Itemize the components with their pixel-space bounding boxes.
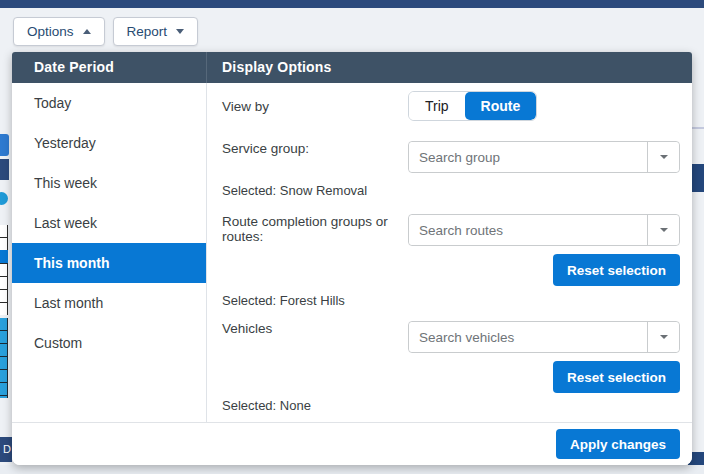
date-item-last-week[interactable]: Last week <box>12 203 206 243</box>
route-completion-combo <box>408 214 680 246</box>
page-bottom-strip <box>0 465 704 474</box>
display-options-header: Display Options <box>207 52 692 83</box>
background-button-fragment <box>0 159 9 180</box>
chevron-down-icon <box>660 228 668 232</box>
display-options-body: View by Trip Route Service group: <box>207 83 692 422</box>
date-item-this-month[interactable]: This month <box>12 243 206 283</box>
chevron-down-icon <box>660 155 668 159</box>
background-table-fragment <box>0 225 8 315</box>
date-item-last-month[interactable]: Last month <box>12 283 206 323</box>
background-bottom-button-fragment: D <box>0 437 12 462</box>
background-marker-fragment <box>0 192 8 205</box>
view-by-trip-button[interactable]: Trip <box>409 92 465 120</box>
vehicles-label: Vehicles <box>222 321 408 393</box>
view-by-route-button[interactable]: Route <box>465 92 537 120</box>
options-button[interactable]: Options <box>13 17 105 46</box>
report-button-label: Report <box>127 24 168 39</box>
options-panel: Date Period Display Options Today Yester… <box>12 52 692 465</box>
view-by-toggle: Trip Route <box>408 91 537 121</box>
vehicles-search-input[interactable] <box>409 322 647 352</box>
service-group-label: Service group: <box>222 141 408 173</box>
date-item-yesterday[interactable]: Yesterday <box>12 123 206 163</box>
route-completion-dropdown-button[interactable] <box>647 215 679 245</box>
vehicles-combo <box>408 321 680 353</box>
top-navbar <box>0 0 704 8</box>
background-chart-fragment <box>0 318 8 398</box>
background-divider-fragment <box>692 127 704 129</box>
route-completion-search-input[interactable] <box>409 215 647 245</box>
panel-headers: Date Period Display Options <box>12 52 692 83</box>
route-completion-label: Route completion groups or routes: <box>222 214 408 286</box>
caret-down-icon <box>176 29 184 34</box>
vehicles-selected-text: Selected: None <box>222 398 680 413</box>
vehicles-dropdown-button[interactable] <box>647 322 679 352</box>
background-right-button-fragment <box>692 164 704 192</box>
background-table-selected-row-fragment <box>0 250 8 263</box>
route-completion-selected-text: Selected: Forest Hills <box>222 293 680 308</box>
toolbar: Options Report <box>13 17 198 46</box>
background-map-control-fragment <box>0 134 9 156</box>
date-item-this-week[interactable]: This week <box>12 163 206 203</box>
caret-up-icon <box>83 29 91 34</box>
vehicles-reset-button[interactable]: Reset selection <box>553 361 680 393</box>
date-item-custom[interactable]: Custom <box>12 323 206 363</box>
options-button-label: Options <box>27 24 74 39</box>
panel-footer: Apply changes <box>12 422 692 465</box>
service-group-selected-text: Selected: Snow Removal <box>222 183 680 198</box>
view-by-label: View by <box>222 99 408 114</box>
apply-changes-button[interactable]: Apply changes <box>556 429 680 459</box>
route-completion-reset-button[interactable]: Reset selection <box>553 254 680 286</box>
service-group-search-input[interactable] <box>409 142 647 172</box>
date-item-today[interactable]: Today <box>12 83 206 123</box>
chevron-down-icon <box>660 335 668 339</box>
date-period-header: Date Period <box>12 52 207 83</box>
report-button[interactable]: Report <box>113 17 199 46</box>
date-period-list: Today Yesterday This week Last week This… <box>12 83 207 422</box>
service-group-combo <box>408 141 680 173</box>
service-group-dropdown-button[interactable] <box>647 142 679 172</box>
